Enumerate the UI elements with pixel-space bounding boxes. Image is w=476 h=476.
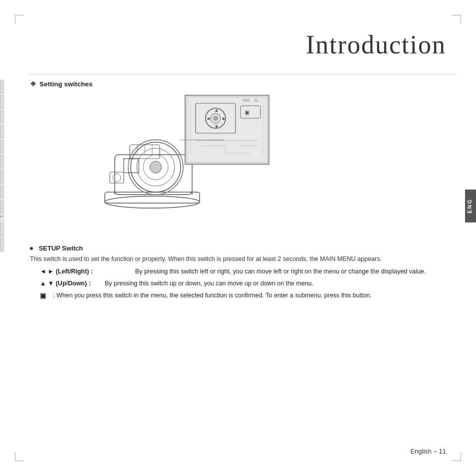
lang-tab: ENG: [465, 190, 476, 223]
section-heading-text: Setting switches: [39, 80, 93, 88]
left-tab-item: [0, 95, 4, 109]
svg-rect-17: [187, 97, 267, 163]
svg-text:NO: NO: [243, 98, 250, 103]
up-down-text: By pressing this switch up or down, you …: [105, 279, 313, 288]
diamond-icon: ❖: [30, 80, 36, 88]
setup-switch-title: SETUP Switch: [30, 244, 451, 252]
corner-mark-tr: [452, 15, 461, 24]
left-right-text: By pressing this switch left or right, y…: [105, 267, 451, 276]
connector-line: [180, 140, 225, 140]
left-tab-item: [0, 140, 4, 154]
left-tab-item: [0, 155, 4, 169]
left-tab-item: [0, 125, 4, 139]
setup-description: This switch is used to set the function …: [30, 254, 451, 264]
section-heading: ❖ Setting switches: [30, 80, 451, 88]
svg-text:▲: ▲: [214, 107, 219, 113]
confirm-item: ▣ : When you press this switch in the me…: [40, 291, 451, 301]
left-tab-item: [0, 185, 4, 199]
left-tabs: th: [0, 80, 4, 252]
body-section: SETUP Switch This switch is used to set …: [30, 244, 451, 300]
left-tab-item: [0, 200, 4, 214]
svg-point-21: [214, 116, 218, 120]
svg-text:▼: ▼: [214, 124, 219, 129]
up-down-item: ▲ ▼ (Up/Down) : By pressing this switch …: [40, 279, 451, 288]
svg-text:O: O: [254, 98, 258, 103]
svg-point-0: [105, 196, 200, 208]
svg-rect-2: [115, 155, 192, 195]
confirm-text: : When you press this switch in the menu…: [53, 291, 372, 300]
image-area: ◄ ► ▲ ▼ ▣ NO O: [60, 95, 274, 230]
left-tab-item: [0, 110, 4, 124]
svg-text:►: ►: [222, 116, 227, 121]
bullet-dot-icon: [30, 247, 33, 250]
main-content: ❖ Setting switches: [30, 80, 451, 446]
title-rule: [30, 74, 456, 74]
left-tab-item: [0, 80, 4, 94]
corner-mark-br: [452, 452, 461, 461]
left-right-label: ◄ ► (Left/Right) :: [40, 267, 105, 276]
svg-point-9: [113, 174, 121, 182]
setup-switch-section: SETUP Switch This switch is used to set …: [30, 244, 451, 300]
left-right-item: ◄ ► (Left/Right) : By pressing this swit…: [40, 267, 451, 276]
svg-text:▣: ▣: [244, 109, 249, 115]
up-down-label: ▲ ▼ (Up/Down) :: [40, 279, 105, 288]
inset-illustration: ◄ ► ▲ ▼ ▣ NO O: [186, 96, 268, 164]
svg-text:◄: ◄: [206, 116, 211, 121]
corner-mark-bl: [15, 452, 24, 461]
page-title: Introduction: [306, 30, 446, 59]
left-tab-item: [0, 170, 4, 184]
confirm-icon: ▣: [40, 291, 51, 301]
svg-point-6: [150, 161, 162, 173]
corner-mark-tl: [15, 15, 24, 24]
left-tab-item: [0, 238, 4, 251]
page-footer: English – 11: [410, 448, 446, 455]
left-tab-item: [0, 223, 4, 237]
left-tab-text: th: [0, 215, 4, 222]
inset-detail: ◄ ► ▲ ▼ ▣ NO O: [185, 95, 269, 165]
